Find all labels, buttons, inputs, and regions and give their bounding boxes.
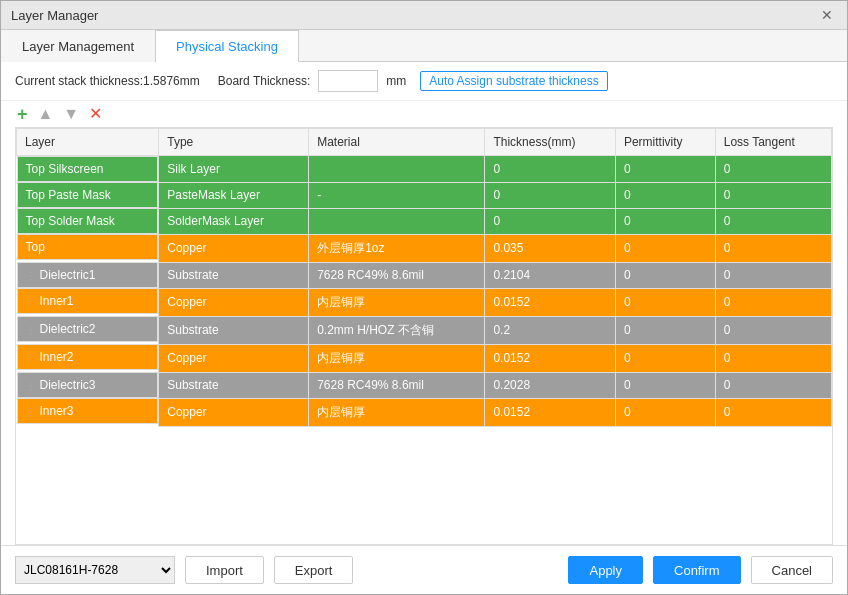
cell-material: 7628 RC49% 8.6mil: [309, 372, 485, 398]
cell-layer-name: ⋮Dielectric3: [17, 372, 159, 398]
cell-material: 0.2mm H/HOZ 不含铜: [309, 316, 485, 344]
cell-thickness: 0.035: [485, 234, 616, 262]
table-row[interactable]: ⋮Inner3Copper内层铜厚0.015200: [17, 398, 832, 426]
title-bar: Layer Manager ✕: [1, 1, 847, 30]
cell-type: Copper: [159, 288, 309, 316]
cell-permittivity: 0: [615, 234, 715, 262]
drag-handle-icon[interactable]: ⋮: [26, 406, 36, 417]
table-row[interactable]: ⋮Dielectric1Substrate7628 RC49% 8.6mil0.…: [17, 262, 832, 288]
table-row[interactable]: ⋮Dielectric3Substrate7628 RC49% 8.6mil0.…: [17, 372, 832, 398]
cell-material: 内层铜厚: [309, 288, 485, 316]
cell-permittivity: 0: [615, 344, 715, 372]
cell-thickness: 0: [485, 156, 616, 183]
cell-loss_tangent: 0: [715, 234, 831, 262]
cell-loss_tangent: 0: [715, 208, 831, 234]
cell-type: Substrate: [159, 316, 309, 344]
preset-select[interactable]: JLC08161H-7628: [15, 556, 175, 584]
drag-handle-icon[interactable]: ⋮: [26, 352, 36, 363]
cell-loss_tangent: 0: [715, 156, 831, 183]
move-up-button[interactable]: ▲: [36, 106, 56, 122]
cell-thickness: 0.2028: [485, 372, 616, 398]
cell-permittivity: 0: [615, 208, 715, 234]
cell-thickness: 0: [485, 208, 616, 234]
cell-loss_tangent: 0: [715, 288, 831, 316]
layer-table: Layer Type Material Thickness(mm) Permit…: [16, 128, 832, 427]
cell-loss_tangent: 0: [715, 182, 831, 208]
board-thickness-input[interactable]: [318, 70, 378, 92]
cell-material: -: [309, 182, 485, 208]
cell-layer-name: ⋮Inner1: [17, 288, 159, 314]
close-button[interactable]: ✕: [817, 7, 837, 23]
table-row[interactable]: Top SilkscreenSilk Layer000: [17, 156, 832, 183]
cell-permittivity: 0: [615, 156, 715, 183]
cell-material: [309, 156, 485, 183]
confirm-button[interactable]: Confirm: [653, 556, 741, 584]
drag-handle-icon[interactable]: ⋮: [26, 380, 36, 391]
cell-type: Substrate: [159, 372, 309, 398]
drag-handle-icon[interactable]: ⋮: [26, 324, 36, 335]
table-row[interactable]: Top Paste MaskPasteMask Layer-000: [17, 182, 832, 208]
cancel-button[interactable]: Cancel: [751, 556, 833, 584]
cell-material: 内层铜厚: [309, 344, 485, 372]
cell-material: 7628 RC49% 8.6mil: [309, 262, 485, 288]
cell-loss_tangent: 0: [715, 316, 831, 344]
move-down-button[interactable]: ▼: [61, 106, 81, 122]
cell-thickness: 0.2104: [485, 262, 616, 288]
cell-type: Substrate: [159, 262, 309, 288]
icon-toolbar: + ▲ ▼ ✕: [1, 101, 847, 127]
cell-thickness: 0.2: [485, 316, 616, 344]
auto-assign-button[interactable]: Auto Assign substrate thickness: [420, 71, 607, 91]
cell-loss_tangent: 0: [715, 372, 831, 398]
mm-label: mm: [386, 74, 406, 88]
cell-layer-name: ⋮Dielectric2: [17, 316, 159, 342]
cell-layer-name: ⋮Dielectric1: [17, 262, 159, 288]
cell-layer-name: Top Solder Mask: [17, 208, 159, 234]
col-header-thickness: Thickness(mm): [485, 129, 616, 156]
cell-material: 内层铜厚: [309, 398, 485, 426]
cell-type: Copper: [159, 344, 309, 372]
drag-handle-icon[interactable]: ⋮: [26, 270, 36, 281]
cell-permittivity: 0: [615, 372, 715, 398]
drag-handle-icon[interactable]: ⋮: [26, 296, 36, 307]
stack-thickness-info: Current stack thickness:1.5876mm: [15, 74, 200, 88]
cell-type: Copper: [159, 234, 309, 262]
cell-layer-name: ⋮Inner2: [17, 344, 159, 370]
tabs-bar: Layer Management Physical Stacking: [1, 30, 847, 62]
cell-loss_tangent: 0: [715, 262, 831, 288]
delete-layer-button[interactable]: ✕: [87, 106, 104, 122]
cell-thickness: 0: [485, 182, 616, 208]
cell-layer-name: Top Silkscreen: [17, 156, 159, 182]
apply-button[interactable]: Apply: [568, 556, 643, 584]
table-row[interactable]: TopCopper外层铜厚1oz0.03500: [17, 234, 832, 262]
add-layer-button[interactable]: +: [15, 105, 30, 123]
footer: JLC08161H-7628 Import Export Apply Confi…: [1, 545, 847, 594]
export-button[interactable]: Export: [274, 556, 354, 584]
cell-type: Copper: [159, 398, 309, 426]
cell-type: Silk Layer: [159, 156, 309, 183]
cell-permittivity: 0: [615, 398, 715, 426]
table-row[interactable]: ⋮Dielectric2Substrate0.2mm H/HOZ 不含铜0.20…: [17, 316, 832, 344]
tab-layer-management[interactable]: Layer Management: [1, 30, 155, 62]
cell-thickness: 0.0152: [485, 344, 616, 372]
layer-manager-dialog: Layer Manager ✕ Layer Management Physica…: [0, 0, 848, 595]
col-header-material: Material: [309, 129, 485, 156]
tab-physical-stacking[interactable]: Physical Stacking: [155, 30, 299, 62]
cell-layer-name: ⋮Inner3: [17, 398, 159, 424]
cell-thickness: 0.0152: [485, 398, 616, 426]
cell-material: [309, 208, 485, 234]
table-row[interactable]: ⋮Inner1Copper内层铜厚0.015200: [17, 288, 832, 316]
cell-permittivity: 0: [615, 288, 715, 316]
cell-thickness: 0.0152: [485, 288, 616, 316]
col-header-type: Type: [159, 129, 309, 156]
layer-table-container: Layer Type Material Thickness(mm) Permit…: [15, 127, 833, 545]
cell-type: SolderMask Layer: [159, 208, 309, 234]
table-row[interactable]: ⋮Inner2Copper内层铜厚0.015200: [17, 344, 832, 372]
table-row[interactable]: Top Solder MaskSolderMask Layer000: [17, 208, 832, 234]
col-header-loss-tangent: Loss Tangent: [715, 129, 831, 156]
cell-type: PasteMask Layer: [159, 182, 309, 208]
cell-layer-name: Top Paste Mask: [17, 182, 159, 208]
cell-permittivity: 0: [615, 316, 715, 344]
cell-loss_tangent: 0: [715, 344, 831, 372]
col-header-permittivity: Permittivity: [615, 129, 715, 156]
import-button[interactable]: Import: [185, 556, 264, 584]
